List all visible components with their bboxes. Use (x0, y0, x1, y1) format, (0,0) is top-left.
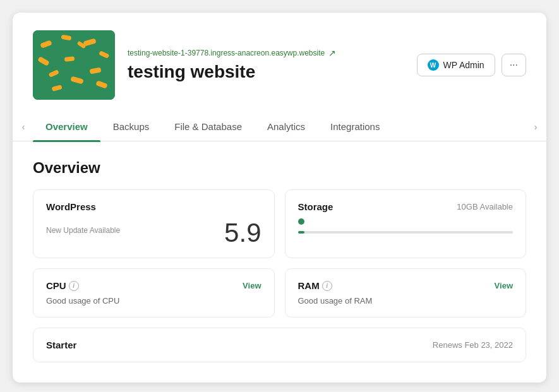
site-info: testing-website-1-39778.ingress-anacreon… (128, 48, 404, 82)
more-options-button[interactable]: ··· (502, 54, 526, 76)
external-link-icon: ↗ (328, 48, 336, 58)
main-card: testing-website-1-39778.ingress-anacreon… (13, 13, 546, 383)
tab-overview[interactable]: Overview (33, 112, 100, 141)
more-dots-icon: ··· (510, 59, 518, 71)
wordpress-icon: W (428, 59, 439, 71)
site-title: testing website (128, 62, 404, 82)
wordpress-card-header: WordPress (46, 201, 261, 212)
page-title: Overview (33, 159, 526, 177)
site-header: testing-website-1-39778.ingress-anacreon… (13, 13, 546, 112)
site-url-link[interactable]: testing-website-1-39778.ingress-anacreon… (128, 48, 404, 58)
plan-card: Starter Renews Feb 23, 2022 (33, 328, 526, 362)
tab-analytics[interactable]: Analytics (255, 112, 318, 141)
tab-integrations[interactable]: Integrations (318, 112, 392, 141)
plan-renew-date: Renews Feb 23, 2022 (433, 340, 513, 350)
wp-admin-label: WP Admin (443, 60, 484, 70)
stats-grid: WordPress New Update Available 5.9 Stora… (33, 189, 526, 318)
cpu-view-link[interactable]: View (243, 281, 261, 290)
storage-fill (298, 231, 304, 234)
tab-file-database[interactable]: File & Database (162, 112, 255, 141)
tabs-scroll-right[interactable]: › (529, 120, 543, 134)
cpu-label: CPU (46, 280, 66, 291)
header-actions: W WP Admin ··· (417, 54, 526, 76)
tabs-bar: ‹ Overview Backups File & Database Analy… (13, 112, 546, 141)
storage-label: Storage (298, 201, 334, 212)
cpu-description: Good usage of CPU (46, 296, 261, 306)
tab-backups[interactable]: Backups (100, 112, 162, 141)
storage-card-header: Storage 10GB Available (298, 201, 514, 212)
wordpress-card: WordPress New Update Available 5.9 (33, 189, 275, 258)
ram-card: RAM i View Good usage of RAM (285, 268, 527, 318)
cpu-info-icon[interactable]: i (69, 281, 79, 291)
plan-label: Starter (46, 340, 76, 350)
ram-card-header: RAM i View (298, 280, 514, 291)
wordpress-sublabel: New Update Available (46, 226, 120, 235)
site-thumbnail (33, 30, 115, 100)
storage-available: 10GB Available (457, 202, 513, 211)
ram-view-link[interactable]: View (495, 281, 513, 290)
ram-label: RAM (298, 280, 320, 291)
site-url-text: testing-website-1-39778.ingress-anacreon… (128, 49, 325, 57)
ram-description: Good usage of RAM (298, 296, 514, 306)
storage-card: Storage 10GB Available (285, 189, 527, 258)
cpu-card-header: CPU i View (46, 280, 261, 291)
content-area: Overview WordPress New Update Available … (13, 141, 546, 383)
storage-indicator (298, 218, 304, 225)
wordpress-label: WordPress (46, 201, 96, 212)
ram-info-icon[interactable]: i (322, 281, 332, 291)
wp-admin-button[interactable]: W WP Admin (417, 54, 495, 76)
cpu-card: CPU i View Good usage of CPU (33, 268, 275, 318)
storage-bar (298, 231, 514, 234)
wordpress-version: 5.9 (224, 220, 261, 246)
tabs-scroll-left[interactable]: ‹ (16, 120, 30, 134)
